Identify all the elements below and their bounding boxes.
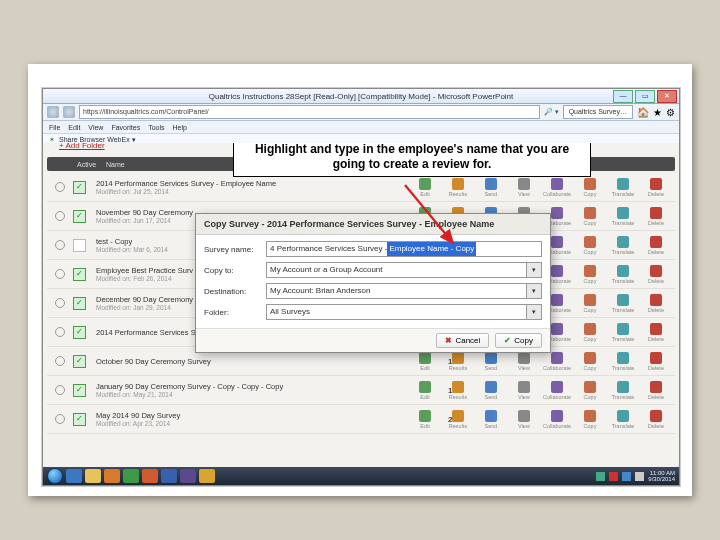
survey-title[interactable]: 2014 Performance Services S — [96, 328, 196, 337]
action-view[interactable]: View — [511, 381, 537, 400]
action-copy[interactable]: Copy — [577, 323, 603, 342]
action-translate[interactable]: Translate — [610, 410, 636, 429]
action-copy[interactable]: Copy — [577, 265, 603, 284]
action-view[interactable]: View — [511, 352, 537, 371]
survey-title[interactable]: test - CopyModified on: Mar 6, 2014 — [96, 237, 168, 253]
action-edit[interactable]: Edit — [412, 410, 438, 429]
survey-title[interactable]: January 90 Day Ceremony Survey - Copy - … — [96, 382, 283, 398]
action-copy[interactable]: Copy — [577, 236, 603, 255]
table-row[interactable]: ✓May 2014 90 Day SurveyModified on: Apr … — [47, 405, 675, 434]
action-results[interactable]: Results — [445, 381, 471, 400]
table-row[interactable]: ✓January 90 Day Ceremony Survey - Copy -… — [47, 376, 675, 405]
menu-view[interactable]: View — [88, 124, 103, 131]
taskbar-ie-icon[interactable] — [66, 469, 82, 483]
active-checkbox[interactable]: ✓ — [73, 210, 86, 223]
action-delete[interactable]: Delete — [643, 410, 669, 429]
copy-to-select[interactable]: My Account or a Group Account▾ — [266, 262, 542, 278]
taskbar-app-icon[interactable] — [180, 469, 196, 483]
row-radio[interactable] — [55, 240, 65, 250]
survey-title[interactable]: October 90 Day Ceremony Survey — [96, 357, 211, 366]
action-translate[interactable]: Translate — [610, 294, 636, 313]
forward-icon[interactable] — [63, 106, 75, 118]
action-delete[interactable]: Delete — [643, 178, 669, 197]
active-checkbox[interactable]: ✓ — [73, 384, 86, 397]
chevron-down-icon[interactable]: ▾ — [526, 263, 541, 277]
action-copy[interactable]: Copy — [577, 294, 603, 313]
survey-title[interactable]: May 2014 90 Day SurveyModified on: Apr 2… — [96, 411, 180, 427]
tray-network-icon[interactable] — [622, 472, 631, 481]
action-view[interactable]: View — [511, 410, 537, 429]
row-radio[interactable] — [55, 385, 65, 395]
survey-title[interactable]: Employee Best Practice SurvModified on: … — [96, 266, 193, 282]
action-send[interactable]: Send — [478, 410, 504, 429]
action-view[interactable]: View — [511, 178, 537, 197]
favorites-icon[interactable]: ★ — [653, 107, 662, 118]
action-copy[interactable]: Copy — [577, 207, 603, 226]
action-delete[interactable]: Delete — [643, 323, 669, 342]
action-collaborate[interactable]: Collaborate — [544, 178, 570, 197]
active-checkbox[interactable]: ✓ — [73, 413, 86, 426]
action-delete[interactable]: Delete — [643, 294, 669, 313]
chevron-down-icon[interactable]: ▾ — [526, 284, 541, 298]
row-radio[interactable] — [55, 356, 65, 366]
maximize-button[interactable]: ▭ — [635, 90, 655, 103]
active-checkbox[interactable]: ✓ — [73, 355, 86, 368]
row-radio[interactable] — [55, 182, 65, 192]
cancel-button[interactable]: ✖Cancel — [436, 333, 489, 348]
action-collaborate[interactable]: Collaborate — [544, 381, 570, 400]
header-active[interactable]: Active — [77, 161, 96, 168]
taskbar-explorer-icon[interactable] — [85, 469, 101, 483]
menu-tools[interactable]: Tools — [148, 124, 164, 131]
action-translate[interactable]: Translate — [610, 207, 636, 226]
action-copy[interactable]: Copy — [577, 381, 603, 400]
action-delete[interactable]: Delete — [643, 265, 669, 284]
action-translate[interactable]: Translate — [610, 352, 636, 371]
active-checkbox[interactable]: ✓ — [73, 326, 86, 339]
taskbar-notes-icon[interactable] — [199, 469, 215, 483]
action-translate[interactable]: Translate — [610, 178, 636, 197]
minimize-button[interactable]: — — [613, 90, 633, 103]
survey-title[interactable]: 2014 Performance Services Survey - Emplo… — [96, 179, 276, 195]
action-collaborate[interactable]: Collaborate — [544, 352, 570, 371]
action-results[interactable]: Results — [445, 352, 471, 371]
copy-button[interactable]: ✔Copy — [495, 333, 542, 348]
taskbar-excel-icon[interactable] — [123, 469, 139, 483]
action-translate[interactable]: Translate — [610, 381, 636, 400]
action-send[interactable]: Send — [478, 381, 504, 400]
action-translate[interactable]: Translate — [610, 265, 636, 284]
menu-help[interactable]: Help — [173, 124, 187, 131]
taskbar-outlook-icon[interactable] — [104, 469, 120, 483]
action-translate[interactable]: Translate — [610, 323, 636, 342]
destination-select[interactable]: My Account: Brian Anderson▾ — [266, 283, 542, 299]
action-copy[interactable]: Copy — [577, 178, 603, 197]
action-edit[interactable]: Edit — [412, 352, 438, 371]
action-delete[interactable]: Delete — [643, 236, 669, 255]
action-delete[interactable]: Delete — [643, 207, 669, 226]
action-copy[interactable]: Copy — [577, 410, 603, 429]
start-button[interactable] — [47, 468, 63, 484]
home-icon[interactable]: 🏠 — [637, 107, 649, 118]
active-checkbox[interactable]: ✓ — [73, 268, 86, 281]
action-translate[interactable]: Translate — [610, 236, 636, 255]
close-button[interactable]: ✕ — [657, 90, 677, 103]
survey-title[interactable]: December 90 Day CeremonyModified on: Jan… — [96, 295, 193, 311]
folder-select[interactable]: All Surveys▾ — [266, 304, 542, 320]
header-name[interactable]: Name — [106, 161, 125, 168]
row-radio[interactable] — [55, 298, 65, 308]
action-collaborate[interactable]: Collaborate — [544, 410, 570, 429]
taskbar-word-icon[interactable] — [161, 469, 177, 483]
taskbar-clock[interactable]: 11:00 AM 9/30/2014 — [648, 470, 675, 483]
taskbar-powerpoint-icon[interactable] — [142, 469, 158, 483]
active-checkbox[interactable]: ✓ — [73, 239, 86, 252]
menu-favorites[interactable]: Favorites — [111, 124, 140, 131]
action-send[interactable]: Send — [478, 178, 504, 197]
search-dropdown-icon[interactable]: 🔎 ▾ — [544, 108, 559, 116]
action-delete[interactable]: Delete — [643, 352, 669, 371]
tools-icon[interactable]: ⚙ — [666, 107, 675, 118]
browser-tab[interactable]: Qualtrics Survey… — [563, 105, 633, 119]
row-radio[interactable] — [55, 327, 65, 337]
action-send[interactable]: Send — [478, 352, 504, 371]
action-copy[interactable]: Copy — [577, 352, 603, 371]
action-edit[interactable]: Edit — [412, 381, 438, 400]
active-checkbox[interactable]: ✓ — [73, 297, 86, 310]
